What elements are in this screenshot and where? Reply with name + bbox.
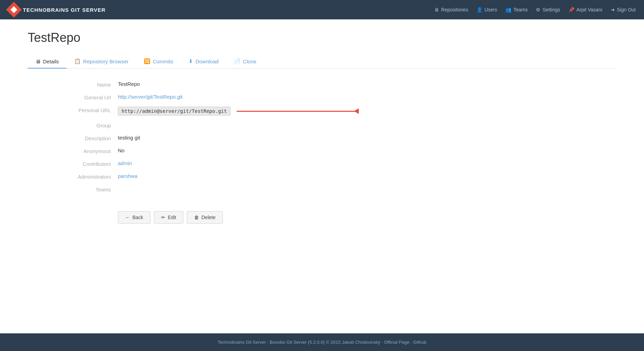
nav-repositories[interactable]: 🖥 Repositories (434, 7, 468, 12)
user-icon: 📌 (568, 7, 574, 12)
anonymous-row: Anonymous No (49, 147, 360, 154)
tab-download[interactable]: ⬇ Download (181, 55, 226, 69)
contributors-label: Contributors (49, 160, 118, 167)
nav-logo (6, 2, 21, 17)
nav-users-label: Users (485, 7, 497, 12)
name-label: Name (49, 81, 118, 88)
contributors-row: Contributors admin (49, 160, 360, 167)
footer: Technobrains Git Server · Bonobo Git Ser… (0, 333, 644, 351)
tab-clone-label: Clone (243, 58, 256, 64)
red-arrow (237, 108, 359, 114)
general-url-label: General Url (49, 94, 118, 100)
contributors-value: admin (118, 160, 132, 166)
edit-icon: ✏ (161, 215, 165, 220)
general-url-row: General Url http://server/git/TestRepo.g… (49, 94, 360, 100)
description-label: Description (49, 135, 118, 141)
teams-row: Teams (49, 186, 360, 192)
description-value: testing git (118, 135, 140, 141)
main-content: TestRepo 🖥 Details 📋 Repository Browser … (0, 19, 644, 333)
back-label: Back (132, 215, 143, 220)
tab-details-label: Details (43, 58, 59, 64)
administrators-link[interactable]: parshwa (118, 173, 138, 179)
nav-user-label: Arpit Vasani (576, 7, 602, 12)
clone-tab-icon: 📄 (234, 58, 241, 64)
contributors-link[interactable]: admin (118, 160, 132, 166)
nav-settings-label: Settings (542, 7, 560, 12)
users-icon: 👤 (477, 7, 482, 12)
teams-label: Teams (49, 186, 118, 192)
tab-repository-browser[interactable]: 📋 Repository Browser (67, 55, 136, 69)
anonymous-value: No (118, 147, 124, 153)
personal-url-row: Personal URL http://admin@server/git/Tes… (49, 107, 360, 116)
group-label: Group (49, 122, 118, 128)
tab-commits-label: Commits (153, 58, 173, 64)
nav-repositories-label: Repositories (441, 7, 468, 12)
nav-brand-text: TECHNOBRAINS GIT SERVER (23, 7, 106, 13)
tab-clone[interactable]: 📄 Clone (226, 55, 264, 69)
navbar: TECHNOBRAINS GIT SERVER 🖥 Repositories 👤… (0, 0, 644, 19)
administrators-label: Administrators (49, 173, 118, 180)
group-row: Group (49, 122, 360, 128)
personal-url-label: Personal URL (49, 107, 118, 113)
page-title: TestRepo (28, 30, 616, 45)
arrow-container: http://admin@server/git/TestRepo.git (118, 107, 359, 116)
nav-user[interactable]: 📌 Arpit Vasani (568, 7, 602, 12)
arrow-head (354, 108, 359, 114)
footer-text: Technobrains Git Server · Bonobo Git Ser… (218, 340, 427, 345)
arrow-line (237, 111, 355, 112)
nav-users[interactable]: 👤 Users (477, 7, 497, 12)
tab-commits[interactable]: 🔀 Commits (136, 55, 181, 69)
general-url-value: http://server/git/TestRepo.git (118, 94, 183, 100)
general-url-link[interactable]: http://server/git/TestRepo.git (118, 94, 183, 100)
personal-url-box: http://admin@server/git/TestRepo.git (118, 107, 230, 116)
download-tab-icon: ⬇ (189, 58, 193, 64)
delete-icon: 🗑 (194, 215, 199, 220)
anonymous-label: Anonymous (49, 147, 118, 154)
commits-tab-icon: 🔀 (144, 58, 150, 64)
back-button[interactable]: ← Back (118, 211, 150, 224)
description-row: Description testing git (49, 135, 360, 141)
nav-teams-label: Teams (513, 7, 528, 12)
teams-icon: 👥 (505, 7, 511, 12)
details-section: Name TestRepo General Url http://server/… (49, 81, 360, 199)
nav-brand: TECHNOBRAINS GIT SERVER (8, 4, 106, 15)
delete-label: Delete (201, 215, 215, 220)
administrators-row: Administrators parshwa (49, 173, 360, 180)
personal-url-value: http://admin@server/git/TestRepo.git (118, 107, 359, 116)
nav-settings[interactable]: ⚙ Settings (536, 7, 560, 12)
tab-download-label: Download (195, 58, 219, 64)
edit-button[interactable]: ✏ Edit (154, 211, 183, 224)
tab-details[interactable]: 🖥 Details (28, 55, 67, 69)
tab-bar: 🖥 Details 📋 Repository Browser 🔀 Commits… (28, 55, 616, 69)
delete-button[interactable]: 🗑 Delete (187, 211, 223, 224)
nav-teams[interactable]: 👥 Teams (505, 7, 528, 12)
name-row: Name TestRepo (49, 81, 360, 88)
nav-signout[interactable]: ➜ Sign Out (611, 7, 636, 12)
nav-links: 🖥 Repositories 👤 Users 👥 Teams ⚙ Setting… (434, 7, 636, 12)
details-tab-icon: 🖥 (35, 58, 41, 64)
tab-repository-browser-label: Repository Browser (83, 58, 129, 64)
action-buttons: ← Back ✏ Edit 🗑 Delete (118, 211, 616, 224)
edit-label: Edit (168, 215, 176, 220)
settings-icon: ⚙ (536, 7, 540, 12)
signout-icon: ➜ (611, 7, 615, 12)
administrators-value: parshwa (118, 173, 138, 179)
repository-browser-tab-icon: 📋 (74, 58, 81, 64)
back-icon: ← (125, 215, 130, 220)
name-value: TestRepo (118, 81, 140, 87)
repositories-icon: 🖥 (434, 7, 439, 12)
nav-signout-label: Sign Out (617, 7, 636, 12)
